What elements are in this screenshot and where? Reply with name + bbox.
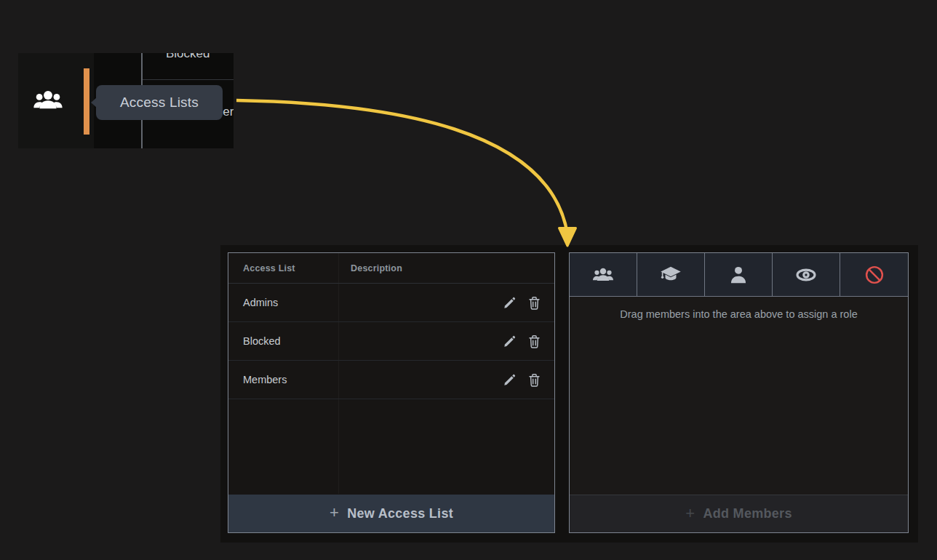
people-group-icon[interactable] bbox=[33, 87, 63, 113]
role-tabs bbox=[570, 253, 908, 297]
tooltip-pointer bbox=[91, 97, 97, 108]
role-tab-blocked[interactable] bbox=[840, 253, 908, 296]
partial-row-blocked: Blocked bbox=[166, 53, 210, 61]
page: Blocked Members Access Lists Access List… bbox=[0, 0, 937, 560]
trash-icon[interactable] bbox=[527, 373, 541, 387]
add-members-label: Add Members bbox=[703, 506, 792, 521]
table-row[interactable]: Admins bbox=[228, 284, 554, 322]
people-group-icon bbox=[592, 265, 614, 284]
role-tab-observer[interactable] bbox=[773, 253, 840, 296]
drag-hint-text: Drag members into the area above to assi… bbox=[570, 308, 908, 320]
access-list-name: Blocked bbox=[243, 335, 281, 347]
column-header-description: Description bbox=[351, 263, 402, 273]
plus-icon: + bbox=[330, 503, 339, 522]
access-list-name: Members bbox=[243, 374, 287, 385]
access-lists-tooltip: Access Lists bbox=[96, 85, 223, 120]
new-access-list-button[interactable]: + New Access List bbox=[228, 495, 554, 532]
sidebar-screenshot-snippet: Blocked Members Access Lists bbox=[18, 53, 234, 148]
role-tab-teacher[interactable] bbox=[637, 253, 705, 296]
active-nav-indicator bbox=[84, 68, 89, 135]
trash-icon[interactable] bbox=[527, 296, 541, 310]
graduation-cap-icon bbox=[660, 265, 682, 284]
person-icon bbox=[727, 265, 749, 284]
eye-icon bbox=[795, 265, 817, 284]
app-sidebar bbox=[18, 53, 94, 148]
role-assignment-panel: Drag members into the area above to assi… bbox=[569, 252, 909, 533]
role-tab-group[interactable] bbox=[570, 253, 637, 296]
table-row[interactable]: Blocked bbox=[228, 322, 554, 361]
access-lists-panel: Access List Description Admins bbox=[228, 252, 555, 533]
plus-icon: + bbox=[685, 504, 695, 523]
trash-icon[interactable] bbox=[527, 335, 541, 348]
column-header-access-list: Access List bbox=[243, 263, 295, 273]
new-access-list-label: New Access List bbox=[347, 506, 453, 521]
pencil-icon[interactable] bbox=[503, 335, 517, 348]
tooltip-label: Access Lists bbox=[120, 95, 199, 111]
table-header: Access List Description bbox=[228, 253, 554, 284]
access-list-name: Admins bbox=[243, 297, 278, 308]
row-divider-line bbox=[143, 79, 234, 80]
table-row[interactable]: Members bbox=[228, 361, 554, 399]
add-members-button[interactable]: + Add Members bbox=[570, 495, 908, 532]
pencil-icon[interactable] bbox=[503, 373, 517, 387]
role-tab-member[interactable] bbox=[705, 253, 773, 296]
ban-icon bbox=[864, 265, 885, 284]
pencil-icon[interactable] bbox=[503, 296, 517, 310]
